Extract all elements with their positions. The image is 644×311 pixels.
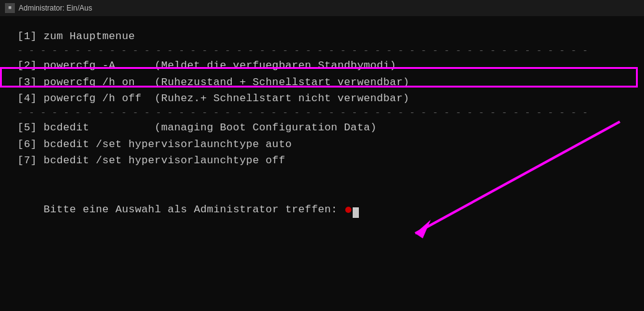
- menu-item-4: [4] powercfg /h off (Ruhez.+ Schnellstar…: [17, 91, 627, 107]
- menu-item-1: [1] zum Hauptmenue: [17, 29, 627, 45]
- prompt-text: Bitte eine Auswahl als Administrator tre…: [43, 204, 344, 215]
- divider-1: - - - - - - - - - - - - - - - - - - - - …: [17, 45, 627, 58]
- menu-item-7: [7] bcdedit /set hypervisorlaunchtype of…: [17, 153, 627, 169]
- prompt-line: Bitte eine Auswahl als Administrator tre…: [17, 186, 627, 235]
- red-dot: [345, 207, 351, 213]
- terminal-body: [1] zum Hauptmenue - - - - - - - - - - -…: [0, 16, 644, 311]
- menu-item-6: [6] bcdedit /set hypervisorlaunchtype au…: [17, 137, 627, 153]
- title-bar: ■ Administrator: Ein/Aus: [0, 0, 644, 16]
- menu-item-2: [2] powercfg -A (Meldet die verfuegbaren…: [17, 58, 396, 74]
- cursor: [353, 207, 359, 218]
- title-bar-title: Administrator: Ein/Aus: [19, 4, 92, 12]
- empty-line: [17, 169, 627, 185]
- divider-2: - - - - - - - - - - - - - - - - - - - - …: [17, 107, 627, 120]
- menu-item-5: [5] bcdedit (managing Boot Configuration…: [17, 120, 627, 136]
- menu-item-3: [3] powercfg /h on (Ruhezustand + Schnel…: [17, 74, 627, 91]
- title-bar-icon: ■: [5, 3, 15, 13]
